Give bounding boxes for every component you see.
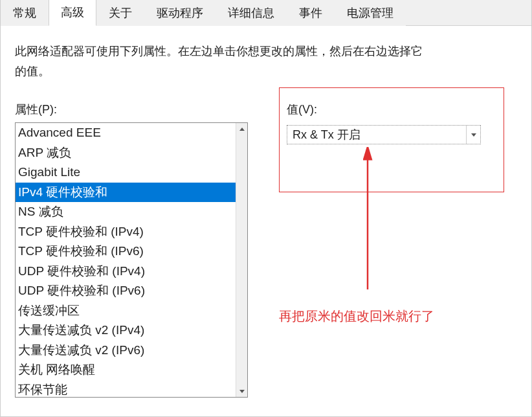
list-item[interactable]: 关机 网络唤醒: [16, 360, 236, 380]
list-item[interactable]: 大量传送减负 v2 (IPv6): [16, 341, 236, 361]
value-label: 值(V):: [287, 102, 517, 117]
list-item[interactable]: 环保节能: [16, 380, 236, 398]
chevron-down-icon: [239, 390, 245, 393]
list-item[interactable]: Gigabit Lite: [16, 163, 236, 183]
value-dropdown[interactable]: Rx & Tx 开启: [287, 125, 481, 144]
tab-advanced[interactable]: 高级: [49, 0, 96, 26]
listbox-inner: Advanced EEE ARP 减负 Gigabit Lite IPv4 硬件…: [16, 123, 236, 397]
annotation-arrow-icon: [348, 147, 387, 296]
chevron-up-icon: [239, 128, 245, 131]
property-listbox[interactable]: Advanced EEE ARP 减负 Gigabit Lite IPv4 硬件…: [15, 122, 248, 398]
list-item[interactable]: 传送缓冲区: [16, 301, 236, 321]
property-label: 属性(P):: [15, 102, 248, 117]
tab-about[interactable]: 关于: [96, 0, 144, 26]
list-item[interactable]: 大量传送减负 v2 (IPv4): [16, 321, 236, 341]
property-panel: 属性(P): Advanced EEE ARP 减负 Gigabit Lite …: [15, 102, 248, 398]
tab-power[interactable]: 电源管理: [335, 0, 406, 26]
scroll-down-arrow[interactable]: [236, 385, 247, 397]
tab-bar: 常规 高级 关于 驱动程序 详细信息 事件 电源管理: [1, 0, 531, 26]
main-area: 属性(P): Advanced EEE ARP 减负 Gigabit Lite …: [15, 102, 517, 398]
list-item[interactable]: IPv4 硬件校验和: [16, 183, 236, 203]
tab-content: 此网络适配器可使用下列属性。在左边单击你想更改的属性，然后在右边选择它的值。 属…: [1, 26, 531, 416]
list-item[interactable]: UDP 硬件校验和 (IPv6): [16, 281, 236, 301]
tab-events[interactable]: 事件: [287, 0, 335, 26]
list-item[interactable]: NS 减负: [16, 202, 236, 222]
annotation-text: 再把原米的值改回米就行了: [279, 308, 434, 325]
chevron-down-icon: [471, 133, 476, 137]
list-item[interactable]: UDP 硬件校验和 (IPv4): [16, 262, 236, 282]
scroll-up-arrow[interactable]: [236, 123, 247, 135]
scrollbar[interactable]: [236, 123, 247, 397]
value-dropdown-text: Rx & Tx 开启: [287, 126, 466, 144]
value-panel: 值(V): Rx & Tx 开启 再把原米的值改回米就行了: [287, 102, 517, 398]
list-item[interactable]: TCP 硬件校验和 (IPv4): [16, 222, 236, 242]
list-item[interactable]: ARP 减负: [16, 143, 236, 163]
dialog-container: 常规 高级 关于 驱动程序 详细信息 事件 电源管理 此网络适配器可使用下列属性…: [0, 0, 532, 417]
dropdown-arrow[interactable]: [466, 126, 480, 144]
list-item[interactable]: Advanced EEE: [16, 123, 236, 143]
tab-driver[interactable]: 驱动程序: [144, 0, 216, 26]
tab-general[interactable]: 常规: [1, 0, 49, 26]
list-item[interactable]: TCP 硬件校验和 (IPv6): [16, 242, 236, 262]
tab-details[interactable]: 详细信息: [216, 0, 287, 26]
description-text: 此网络适配器可使用下列属性。在左边单击你想更改的属性，然后在右边选择它的值。: [15, 41, 429, 81]
